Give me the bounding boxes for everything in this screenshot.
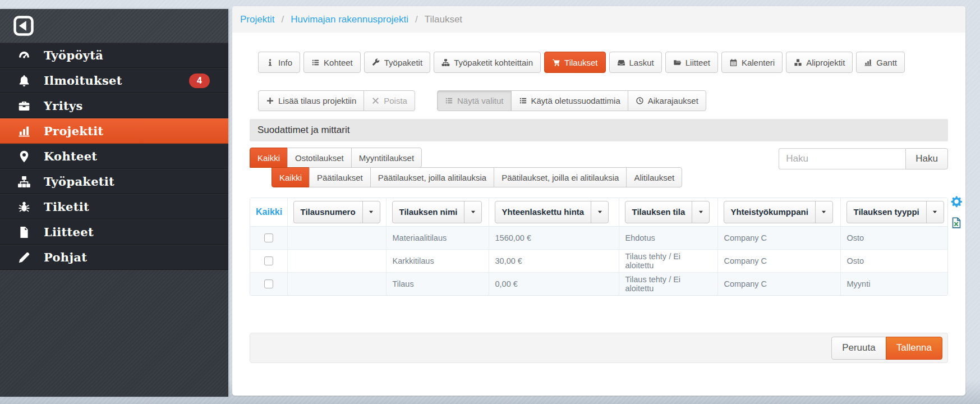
show-selected-button[interactable]: Näytä valitut	[437, 90, 512, 111]
tab-label: Kalenteri	[742, 58, 775, 67]
row-checkbox[interactable]	[264, 256, 273, 265]
tab-tyopaketit-kohteittain[interactable]: Työpaketit kohteittain	[434, 52, 541, 73]
button-label: Poista	[384, 96, 407, 105]
filter-type-kaikki[interactable]: Kaikki	[250, 148, 288, 168]
orders-table: Kaikki Tilausnumero Tilauksen nimi	[250, 198, 948, 296]
chevron-down-icon[interactable]	[362, 201, 380, 223]
gauge-icon	[17, 48, 31, 63]
tab-label: Aliprojektit	[806, 58, 845, 67]
wrench-icon	[372, 58, 380, 67]
tab-label: Työpaketit	[384, 58, 422, 67]
page: Työpöytä Ilmoitukset 4 Yritys Projektit …	[0, 0, 980, 404]
list-icon	[445, 97, 453, 105]
cell-order-partner: Company C	[717, 226, 840, 249]
column-header-yhteistyokumppani[interactable]: Yhteistyökumppani	[724, 201, 833, 223]
excel-export-icon[interactable]	[950, 217, 963, 229]
sidebar-item-ilmoitukset[interactable]: Ilmoitukset 4	[0, 68, 228, 93]
chevron-down-icon[interactable]	[591, 201, 608, 223]
cell-order-type: Osto	[840, 226, 947, 249]
delete-button[interactable]: Poista	[364, 90, 415, 111]
sidebar-item-tyopaketit[interactable]: Työpaketit	[0, 169, 228, 194]
breadcrumb-link-projektit[interactable]: Projektit	[240, 14, 274, 25]
table-row[interactable]: Tilaus 0,00 € Tilaus tehty / Ei aloitett…	[250, 272, 947, 295]
search-button[interactable]: Haku	[905, 148, 948, 169]
file-icon	[17, 225, 31, 240]
tab-tilaukset[interactable]: Tilaukset	[544, 52, 605, 73]
filter-level-paatilaukset-ei-alitilauksia[interactable]: Päätilaukset, joilla ei alitilauksia	[494, 167, 627, 187]
filter-type-ostotilaukset[interactable]: Ostotilaukset	[287, 148, 352, 168]
plus-icon	[266, 97, 274, 105]
chevron-down-icon[interactable]	[464, 201, 481, 223]
table-header-row: Kaikki Tilausnumero Tilauksen nimi	[250, 198, 947, 226]
use-default-filters-button[interactable]: Käytä oletussuodattimia	[511, 90, 628, 111]
column-label: Yhteistyökumppani	[724, 201, 815, 223]
pencil-icon	[17, 250, 31, 265]
cell-order-type: Osto	[840, 249, 947, 272]
sidebar-item-liitteet[interactable]: Liitteet	[0, 219, 228, 245]
map-marker-icon	[17, 149, 31, 164]
column-label: Yhteenlaskettu hinta	[495, 201, 591, 223]
cancel-button[interactable]: Peruuta	[831, 337, 886, 360]
sidebar-item-tiketit[interactable]: Tiketit	[0, 194, 228, 219]
filter-type-myyntitilaukset[interactable]: Myyntitilaukset	[351, 148, 422, 168]
save-button[interactable]: Tallenna	[886, 337, 942, 360]
column-header-yhteenlaskettu-hinta[interactable]: Yhteenlaskettu hinta	[495, 201, 609, 223]
filter-level-alitilaukset[interactable]: Alitilaukset	[626, 167, 682, 187]
cell-order-name: Tilaus	[386, 272, 489, 295]
tab-kalenteri[interactable]: Kalenteri	[721, 52, 783, 73]
sidebar-item-label: Työpöytä	[44, 48, 103, 62]
column-label: Tilauksen tyyppi	[847, 201, 926, 223]
row-checkbox[interactable]	[264, 233, 273, 242]
chevron-down-icon[interactable]	[926, 201, 944, 223]
tab-laskut[interactable]: Laskut	[609, 52, 662, 73]
button-label: Näytä valitut	[457, 96, 504, 105]
sitemap-icon	[17, 175, 31, 189]
bell-icon	[17, 74, 31, 88]
order-actions: Lisää tilaus projektiin Poista Näytä val…	[258, 90, 965, 111]
filter-level-kaikki[interactable]: Kaikki	[272, 167, 310, 187]
breadcrumb-current: Tilaukset	[425, 14, 462, 25]
sidebar-collapse-icon[interactable]	[12, 15, 35, 37]
tab-label: Gantt	[876, 58, 897, 67]
sidebar-item-kohteet[interactable]: Kohteet	[0, 144, 228, 169]
add-order-button[interactable]: Lisää tilaus projektiin	[258, 90, 364, 111]
column-header-tilauksen-tyyppi[interactable]: Tilauksen tyyppi	[846, 201, 944, 223]
chevron-down-icon[interactable]	[692, 201, 709, 223]
info-icon	[266, 58, 274, 67]
column-header-tilausnumero[interactable]: Tilausnumero	[293, 201, 380, 223]
form-footer: Peruuta Tallenna	[250, 333, 948, 363]
tab-liitteet[interactable]: Liitteet	[665, 52, 718, 73]
select-all-link[interactable]: Kaikki	[250, 198, 287, 226]
sidebar-item-label: Pohjat	[44, 250, 87, 264]
column-header-tilauksen-tila[interactable]: Tilauksen tila	[625, 201, 710, 223]
column-header-tilauksen-nimi[interactable]: Tilauksen nimi	[392, 201, 482, 223]
tab-label: Kohteet	[324, 58, 353, 67]
breadcrumb-link-project[interactable]: Huvimajan rakennusprojekti	[291, 14, 408, 25]
sidebar-item-tyopoyta[interactable]: Työpöytä	[0, 43, 228, 68]
tab-label: Laskut	[629, 58, 654, 67]
cell-order-name: Karkkitilaus	[386, 249, 489, 272]
tab-gantt[interactable]: Gantt	[856, 52, 905, 73]
sidebar-item-pohjat[interactable]: Pohjat	[0, 245, 228, 270]
sidebar-item-yritys[interactable]: Yritys	[0, 93, 228, 118]
row-checkbox[interactable]	[264, 279, 273, 288]
tab-kohteet[interactable]: Kohteet	[303, 52, 361, 73]
search-input[interactable]	[779, 148, 905, 169]
chevron-down-icon[interactable]	[815, 201, 832, 223]
list-icon	[519, 97, 527, 105]
tab-info[interactable]: Info	[258, 52, 300, 73]
table-row[interactable]: Karkkitilaus 30,00 € Tilaus tehty / Ei a…	[250, 249, 947, 272]
filter-level-paatilaukset[interactable]: Päätilaukset	[309, 167, 371, 187]
button-label: Käytä oletussuodattimia	[531, 96, 620, 105]
cell-order-price: 0,00 €	[489, 272, 619, 295]
tab-tyopaketit[interactable]: Työpaketit	[364, 52, 430, 73]
filter-level-paatilaukset-alitilauksia[interactable]: Päätilaukset, joilla alitilauksia	[370, 167, 494, 187]
time-ranges-button[interactable]: Aikarajaukset	[628, 90, 706, 111]
sidebar-item-projektit[interactable]: Projektit	[0, 118, 228, 144]
briefcase-icon	[17, 99, 31, 113]
sidebar-item-label: Yritys	[44, 99, 83, 113]
tab-aliprojektit[interactable]: Aliprojektit	[786, 52, 853, 73]
tab-label: Työpaketit kohteittain	[454, 58, 533, 67]
table-row[interactable]: Materiaalitilaus 1560,00 € Ehdotus Compa…	[250, 226, 947, 249]
gear-icon[interactable]	[950, 195, 963, 208]
